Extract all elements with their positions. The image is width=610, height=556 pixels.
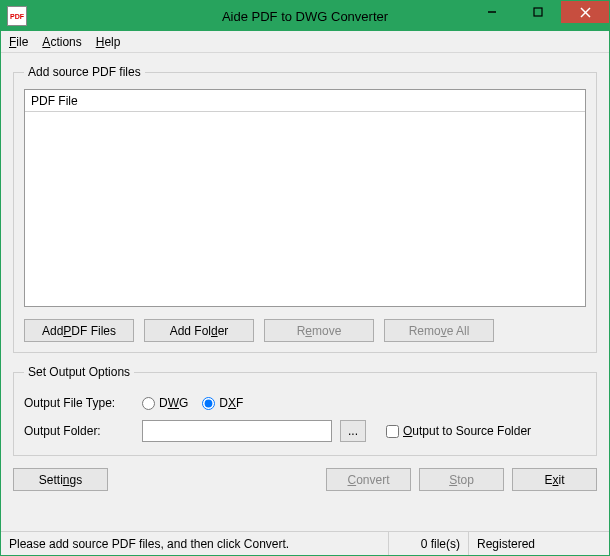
column-header-pdf-file: PDF File (31, 94, 78, 108)
exit-button[interactable]: Exit (512, 468, 597, 491)
menu-file-rest: ile (16, 35, 28, 49)
output-options-group: Set Output Options Output File Type: DWG… (13, 365, 597, 456)
minimize-button[interactable] (469, 1, 515, 23)
output-options-legend: Set Output Options (24, 365, 134, 379)
app-icon-text: PDF (10, 13, 24, 20)
radio-dwg-input[interactable] (142, 397, 155, 410)
output-folder-label: Output Folder: (24, 424, 134, 438)
menu-actions[interactable]: Actions (42, 35, 81, 49)
remove-button[interactable]: Remove (264, 319, 374, 342)
app-window: PDF Aide PDF to DWG Converter File Actio… (0, 0, 610, 556)
close-button[interactable] (561, 1, 609, 23)
source-files-legend: Add source PDF files (24, 65, 145, 79)
add-pdf-files-button[interactable]: Add PDF Files (24, 319, 134, 342)
window-title: Aide PDF to DWG Converter (222, 9, 388, 24)
output-to-source-label: Output to Source Folder (403, 424, 531, 438)
maximize-button[interactable] (515, 1, 561, 23)
output-to-source-input[interactable] (386, 425, 399, 438)
source-buttons-row: Add PDF Files Add Folder Remove Remove A… (24, 319, 586, 342)
statusbar: Please add source PDF files, and then cl… (1, 531, 609, 555)
file-type-label: Output File Type: (24, 396, 134, 410)
radio-dwg-label: DWG (159, 396, 188, 410)
menu-help-rest: elp (104, 35, 120, 49)
add-folder-button[interactable]: Add Folder (144, 319, 254, 342)
convert-button[interactable]: Convert (326, 468, 411, 491)
titlebar[interactable]: PDF Aide PDF to DWG Converter (1, 1, 609, 31)
file-list-header[interactable]: PDF File (25, 90, 585, 112)
file-type-radio-group: DWG DXF (142, 396, 243, 410)
bottom-button-row: Settings Convert Stop Exit (13, 464, 597, 499)
menu-file[interactable]: File (9, 35, 28, 49)
menu-actions-rest: ctions (50, 35, 81, 49)
maximize-icon (533, 7, 543, 17)
menubar: File Actions Help (1, 31, 609, 53)
radio-dxf[interactable]: DXF (202, 396, 243, 410)
radio-dxf-label: DXF (219, 396, 243, 410)
radio-dwg[interactable]: DWG (142, 396, 188, 410)
minimize-icon (487, 7, 497, 17)
menu-help[interactable]: Help (96, 35, 121, 49)
radio-dxf-input[interactable] (202, 397, 215, 410)
app-icon: PDF (7, 6, 27, 26)
window-controls (469, 1, 609, 31)
status-file-count: 0 file(s) (389, 532, 469, 555)
output-to-source-checkbox[interactable]: Output to Source Folder (386, 424, 531, 438)
browse-folder-button[interactable]: ... (340, 420, 366, 442)
close-icon (580, 7, 591, 18)
output-folder-row: Output Folder: ... Output to Source Fold… (24, 417, 586, 445)
remove-all-button[interactable]: Remove All (384, 319, 494, 342)
output-folder-input[interactable] (142, 420, 332, 442)
client-area: Add source PDF files PDF File Add PDF Fi… (1, 53, 609, 531)
source-files-group: Add source PDF files PDF File Add PDF Fi… (13, 65, 597, 353)
stop-button[interactable]: Stop (419, 468, 504, 491)
status-registration: Registered (469, 532, 609, 555)
file-list[interactable]: PDF File (24, 89, 586, 307)
status-message: Please add source PDF files, and then cl… (1, 532, 389, 555)
file-type-row: Output File Type: DWG DXF (24, 389, 586, 417)
svg-rect-1 (534, 8, 542, 16)
settings-button[interactable]: Settings (13, 468, 108, 491)
